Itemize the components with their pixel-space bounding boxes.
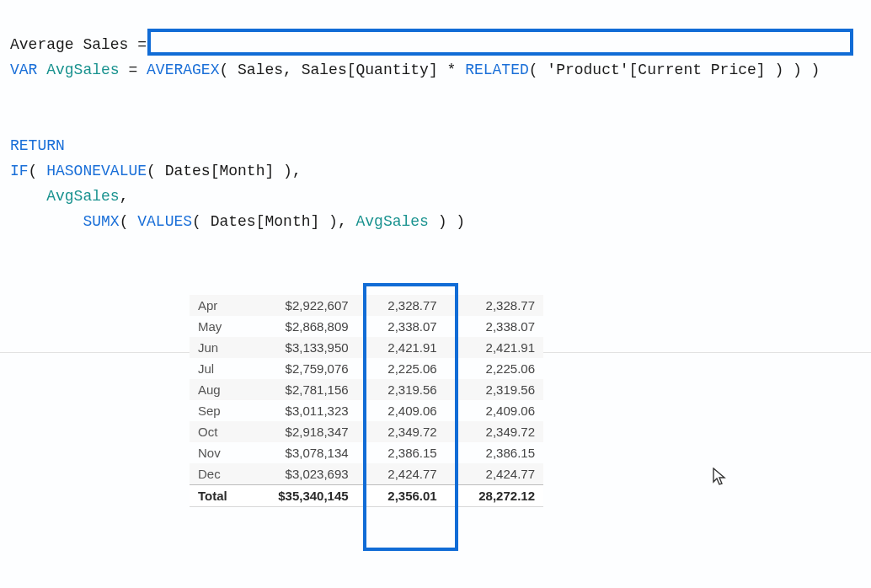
cell-c1: 2,319.56 [357, 379, 446, 400]
total-c1: 2,356.01 [357, 485, 446, 507]
averagex-fn: AVERAGEX [147, 61, 219, 78]
avgsales-ref2: AvgSales [356, 213, 429, 230]
table-row[interactable]: Apr$2,922,6072,328.772,328.77 [190, 295, 543, 316]
cell-c1: 2,225.06 [357, 358, 446, 379]
cell-m: Dec [190, 463, 240, 485]
cell-c2: 2,386.15 [446, 442, 543, 463]
cell-c2: 2,319.56 [446, 379, 543, 400]
related-fn: RELATED [465, 61, 529, 78]
if-fn: IF [10, 163, 29, 179]
avgsales-ref1: AvgSales [46, 188, 119, 205]
cell-c2: 2,409.06 [446, 400, 543, 421]
cell-sales: $2,781,156 [240, 379, 357, 400]
table-row[interactable]: Sep$3,011,3232,409.062,409.06 [190, 400, 543, 421]
table-row[interactable]: Jul$2,759,0762,225.062,225.06 [190, 358, 543, 379]
cell-c1: 2,409.06 [357, 400, 446, 421]
cell-m: Jun [190, 337, 240, 358]
cell-c1: 2,338.07 [357, 316, 446, 337]
cell-m: Apr [190, 295, 240, 316]
cell-c1: 2,386.15 [357, 442, 446, 463]
cell-sales: $3,011,323 [240, 400, 357, 421]
cell-m: Nov [190, 442, 240, 463]
result-table[interactable]: Apr$2,922,6072,328.772,328.77May$2,868,8… [190, 295, 543, 507]
cell-c2: 2,338.07 [446, 316, 543, 337]
var-kw: VAR [10, 61, 37, 78]
cursor-icon [713, 468, 728, 491]
cell-sales: $2,868,809 [240, 316, 357, 337]
highlight-formula [147, 29, 853, 56]
cell-m: Sep [190, 400, 240, 421]
cell-sales: $3,133,950 [240, 337, 357, 358]
values-fn: VALUES [137, 213, 192, 230]
cell-c2: 2,328.77 [446, 295, 543, 316]
line1: Average Sales = [10, 36, 147, 53]
table-row[interactable]: Dec$3,023,6932,424.772,424.77 [190, 463, 543, 485]
cell-c2: 2,424.77 [446, 463, 543, 485]
cell-m: May [190, 316, 240, 337]
total-c2: 28,272.12 [446, 485, 543, 507]
sumx-fn: SUMX [83, 213, 119, 230]
total-m: Total [190, 485, 240, 507]
total-sales: $35,340,145 [240, 485, 357, 507]
cell-m: Aug [190, 379, 240, 400]
cell-c2: 2,421.91 [446, 337, 543, 358]
cell-sales: $2,918,347 [240, 421, 357, 442]
cell-sales: $2,922,607 [240, 295, 357, 316]
table-row[interactable]: May$2,868,8092,338.072,338.07 [190, 316, 543, 337]
var-name: AvgSales [37, 61, 128, 78]
table-row[interactable]: Aug$2,781,1562,319.562,319.56 [190, 379, 543, 400]
cell-sales: $2,759,076 [240, 358, 357, 379]
return-kw: RETURN [10, 137, 65, 154]
table-row[interactable]: Jun$3,133,9502,421.912,421.91 [190, 337, 543, 358]
table-row[interactable]: Oct$2,918,3472,349.722,349.72 [190, 421, 543, 442]
cell-sales: $3,023,693 [240, 463, 357, 485]
hasonevalue-fn: HASONEVALUE [46, 163, 147, 179]
cell-c1: 2,424.77 [357, 463, 446, 485]
cell-c1: 2,421.91 [357, 337, 446, 358]
cell-c2: 2,349.72 [446, 421, 543, 442]
cell-c2: 2,225.06 [446, 358, 543, 379]
cell-sales: $3,078,134 [240, 442, 357, 463]
cell-m: Jul [190, 358, 240, 379]
table-row[interactable]: Nov$3,078,1342,386.152,386.15 [190, 442, 543, 463]
cell-c1: 2,349.72 [357, 421, 446, 442]
cell-c1: 2,328.77 [357, 295, 446, 316]
table-total-row[interactable]: Total$35,340,1452,356.0128,272.12 [190, 485, 543, 507]
cell-m: Oct [190, 421, 240, 442]
